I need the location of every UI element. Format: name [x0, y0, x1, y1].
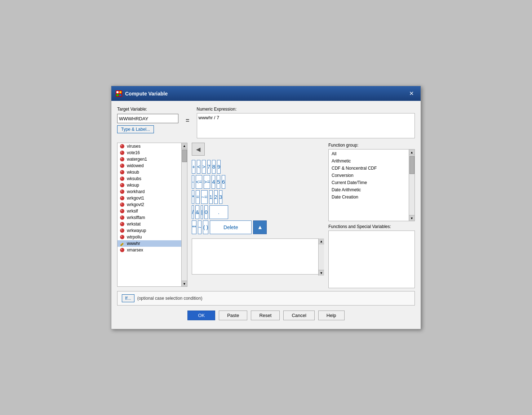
red-ball-icon	[120, 189, 125, 194]
key-5[interactable]: 5	[217, 175, 220, 189]
equals-sign: =	[183, 117, 192, 124]
key-1[interactable]: 1	[209, 190, 213, 204]
minus-key[interactable]: -	[192, 175, 194, 189]
func-scroll-thumb[interactable]	[409, 156, 414, 174]
list-item[interactable]: widowed	[118, 162, 181, 169]
list-item[interactable]: wrkgovt2	[118, 201, 181, 208]
greater-than-key[interactable]: >	[202, 160, 205, 174]
delete-key[interactable]: Delete	[210, 220, 252, 234]
list-item[interactable]: wwwhr	[118, 240, 181, 247]
function-group-list[interactable]: All Arithmetic CDF & Noncentral CDF Conv…	[329, 150, 409, 221]
func-group-conversion[interactable]: Conversion	[329, 172, 409, 179]
list-item[interactable]: wrkgovt1	[118, 195, 181, 201]
list-item[interactable]: wrkslf	[118, 208, 181, 214]
ok-button[interactable]: OK	[187, 311, 215, 320]
functions-special-label: Functions and Special Variables:	[328, 224, 415, 229]
help-button[interactable]: Help	[318, 311, 345, 320]
func-group-cdf[interactable]: CDF & Noncentral CDF	[329, 165, 409, 172]
key-9[interactable]: 9	[217, 160, 221, 174]
red-ball-icon	[120, 170, 125, 175]
multiply-key[interactable]: *	[192, 190, 194, 204]
target-variable-input[interactable]	[117, 114, 178, 123]
insert-arrow-button[interactable]: ◀	[192, 143, 205, 156]
svg-point-15	[120, 177, 124, 181]
tilde-key[interactable]: ~	[198, 220, 201, 234]
right-panel: Function group: All Arithmetic CDF & Non…	[328, 143, 415, 288]
cond-scroll-down[interactable]: ▼	[319, 270, 324, 276]
list-item[interactable]: wksubs	[118, 175, 181, 182]
paren-key[interactable]: ( )	[203, 220, 208, 234]
func-group-date-arithmetic[interactable]: Date Arithmetic	[329, 186, 409, 193]
lte-key[interactable]: <=	[196, 175, 202, 189]
or-key[interactable]: |	[201, 205, 203, 219]
list-item[interactable]: watergen1	[118, 156, 181, 162]
less-than-key[interactable]: <	[197, 160, 200, 174]
power-key[interactable]: **	[192, 220, 196, 234]
gte-key[interactable]: >=	[204, 175, 210, 189]
variable-list-container: viruses vote16 watergen1	[117, 143, 187, 287]
dialog-title: Compute Variable	[125, 91, 168, 97]
numeric-expression-input[interactable]: wwwhr / 7	[197, 113, 415, 138]
list-item[interactable]: wrkwayup	[118, 227, 181, 234]
cond-scrollbar[interactable]: ▲ ▼	[318, 238, 324, 276]
keypad-row-2: - <= >= 4 5 6	[192, 175, 324, 189]
list-item[interactable]: wrkslffam	[118, 214, 181, 221]
equals-key[interactable]: =	[196, 190, 199, 204]
svg-point-6	[121, 145, 122, 146]
func-group-arithmetic[interactable]: Arithmetic	[329, 157, 409, 165]
if-button[interactable]: If...	[122, 294, 134, 302]
left-panel: viruses vote16 watergen1	[117, 143, 187, 288]
functions-special-list[interactable]	[328, 231, 415, 288]
not-equal-key[interactable]: ~=	[201, 190, 208, 204]
func-group-current-datetime[interactable]: Current Date/Time	[329, 179, 409, 186]
red-ball-icon	[120, 183, 125, 188]
key-3[interactable]: 3	[219, 190, 223, 204]
scroll-up-arrow[interactable]: ▲	[182, 143, 187, 149]
func-scroll-down[interactable]: ▼	[409, 215, 414, 221]
scroll-track	[182, 149, 187, 281]
compute-variable-dialog: Compute Variable ✕ Target Variable: Type…	[111, 86, 421, 329]
list-item[interactable]: xmarsex	[118, 247, 181, 253]
list-item[interactable]: wtrpollu	[118, 234, 181, 240]
list-item[interactable]: vote16	[118, 150, 181, 156]
key-6[interactable]: 6	[222, 175, 225, 189]
type-label-button[interactable]: Type & Label...	[117, 125, 154, 133]
svg-rect-35	[120, 243, 124, 246]
condition-textarea[interactable]	[192, 238, 324, 275]
key-7[interactable]: 7	[207, 160, 211, 174]
list-item[interactable]: wksup	[118, 182, 181, 188]
func-scroll-up[interactable]: ▲	[409, 150, 414, 155]
svg-point-34	[121, 236, 122, 237]
list-item[interactable]: viruses	[118, 143, 181, 150]
close-button[interactable]: ✕	[407, 89, 416, 98]
list-item[interactable]: workhard	[118, 188, 181, 195]
key-4[interactable]: 4	[212, 175, 215, 189]
cond-scroll-up[interactable]: ▲	[319, 238, 324, 244]
red-ball-icon	[120, 163, 125, 168]
svg-point-17	[120, 183, 124, 187]
plus-key[interactable]: +	[192, 160, 195, 174]
func-group-all[interactable]: All	[329, 150, 409, 157]
scroll-thumb[interactable]	[182, 150, 187, 162]
keypad-row-5: ** ~ ( ) Delete ▲	[192, 220, 324, 234]
list-item[interactable]: wksub	[118, 169, 181, 175]
func-group-date-creation[interactable]: Date Creation	[329, 193, 409, 201]
keypad: + < > 7 8 9 - <= >= 4 5 6	[192, 160, 324, 234]
up-arrow-button[interactable]: ▲	[253, 220, 267, 234]
svg-point-18	[121, 184, 122, 185]
cancel-button[interactable]: Cancel	[283, 311, 314, 320]
divide-key[interactable]: /	[192, 205, 194, 219]
key-2[interactable]: 2	[214, 190, 218, 204]
func-group-scrollbar[interactable]: ▲ ▼	[409, 150, 414, 221]
scroll-down-arrow[interactable]: ▼	[182, 281, 187, 286]
key-0[interactable]: 0	[204, 205, 208, 219]
list-item[interactable]: wrkstat	[118, 221, 181, 227]
reset-button[interactable]: Reset	[251, 311, 280, 320]
decimal-key[interactable]: .	[209, 205, 228, 219]
var-list-scrollbar[interactable]: ▲ ▼	[181, 143, 187, 286]
and-key[interactable]: &	[195, 205, 199, 219]
red-ball-icon	[120, 247, 125, 253]
svg-point-30	[121, 223, 122, 224]
key-8[interactable]: 8	[212, 160, 216, 174]
paste-button[interactable]: Paste	[219, 311, 247, 320]
